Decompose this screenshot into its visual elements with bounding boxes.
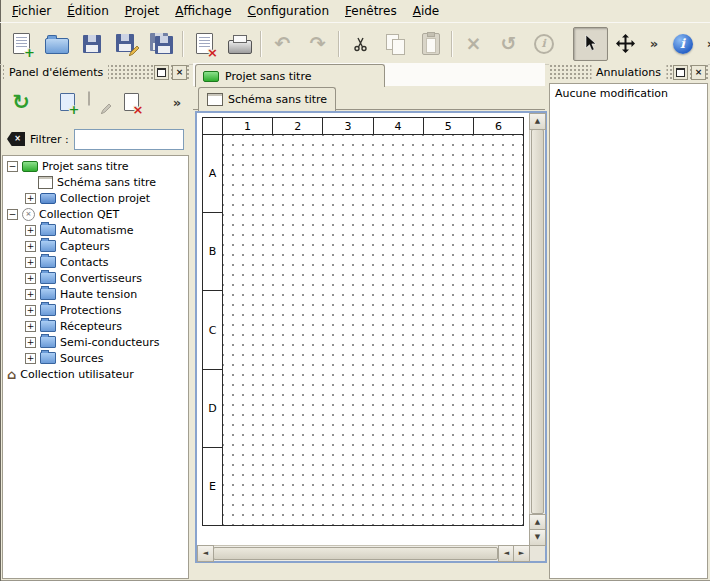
float-elements-panel-button[interactable] — [154, 65, 169, 80]
toolbar-overflow-button[interactable]: » — [643, 27, 665, 61]
scroll-down-button[interactable]: ▼ — [529, 529, 546, 546]
tree-item-schema[interactable]: Schéma sans titre — [3, 174, 188, 190]
info-icon: i — [534, 34, 554, 54]
clear-filter-button[interactable]: × — [7, 132, 25, 146]
save-all-button[interactable] — [144, 27, 179, 61]
filter-row: × Filtrer : — [2, 127, 189, 151]
expand-icon[interactable]: + — [25, 225, 36, 236]
close-file-button[interactable]: × — [187, 27, 222, 61]
v-scrollbar[interactable]: ▲ ▲ ▼ — [529, 113, 545, 546]
pencil-icon — [101, 103, 112, 114]
copy-button[interactable] — [378, 27, 413, 61]
scroll-left-button[interactable]: ◄ — [197, 545, 214, 562]
expand-icon[interactable]: + — [25, 305, 36, 316]
expand-icon[interactable]: + — [25, 353, 36, 364]
redo-button[interactable]: ↷ — [300, 27, 335, 61]
expand-icon[interactable]: + — [25, 337, 36, 348]
tree-item-label: Collection QET — [39, 208, 119, 221]
qet-collection-icon: × — [22, 208, 35, 221]
v-scroll-thumb[interactable] — [531, 129, 544, 514]
elements-tree[interactable]: − Projet sans titre Schéma sans titre + … — [2, 155, 189, 579]
tree-item-label: Sources — [60, 352, 104, 365]
collapse-icon[interactable]: − — [7, 209, 18, 220]
tree-item-haute-tension[interactable]: + Haute tension — [3, 286, 188, 302]
tree-item-label: Protections — [60, 304, 121, 317]
paste-button[interactable] — [413, 27, 448, 61]
element-info-button[interactable]: i — [526, 27, 561, 61]
project-tab[interactable]: Projet sans titre — [195, 64, 385, 87]
move-tool-button[interactable] — [608, 27, 643, 61]
undo-panel-header[interactable]: Annulations × — [549, 64, 708, 81]
tree-item-project[interactable]: − Projet sans titre — [3, 158, 188, 174]
scroll-right-button[interactable]: ► — [513, 545, 530, 562]
menu-aide[interactable]: Aide — [405, 1, 448, 21]
h-scroll-thumb[interactable] — [213, 547, 498, 560]
expand-icon[interactable]: + — [25, 321, 36, 332]
menu-configuration[interactable]: Configuration — [240, 1, 337, 21]
undo-button[interactable]: ↶ — [265, 27, 300, 61]
chevron-double-icon: » — [650, 37, 658, 50]
save-as-button[interactable] — [109, 27, 144, 61]
expand-icon[interactable]: + — [25, 289, 36, 300]
schema-canvas[interactable] — [223, 135, 523, 525]
row-header: C — [203, 290, 222, 368]
tree-item-contacts[interactable]: + Contacts — [3, 254, 188, 270]
new-element-button[interactable]: + — [51, 86, 83, 118]
rotate-button[interactable]: ↺ — [491, 27, 526, 61]
save-button[interactable] — [74, 27, 109, 61]
reload-collections-button[interactable]: ↻ — [5, 86, 37, 118]
about-qet-button[interactable]: i — [665, 27, 700, 61]
scrollbar-corner — [530, 546, 545, 561]
tree-item-capteurs[interactable]: + Capteurs — [3, 238, 188, 254]
folder-icon — [40, 352, 56, 364]
menu-edition[interactable]: Édition — [59, 1, 117, 21]
schema-view[interactable]: 1 2 3 4 5 6 A B C D E — [197, 113, 530, 546]
tree-item-label: Capteurs — [60, 240, 110, 253]
h-scrollbar[interactable]: ◄ ◄ ► — [197, 545, 530, 561]
tree-item-semi-conducteurs[interactable]: + Semi-conducteurs — [3, 334, 188, 350]
tree-item-label: Collection utilisateur — [20, 368, 133, 381]
menu-fichier[interactable]: Fichier — [4, 1, 59, 21]
elements-panel-header[interactable]: Panel d'éléments × — [2, 64, 189, 81]
expand-icon[interactable]: + — [25, 241, 36, 252]
expand-icon[interactable]: + — [25, 257, 36, 268]
tree-item-protections[interactable]: + Protections — [3, 302, 188, 318]
tree-item-convertisseurs[interactable]: + Convertisseurs — [3, 270, 188, 286]
tree-item-recepteurs[interactable]: + Récepteurs — [3, 318, 188, 334]
scroll-up-button[interactable]: ▲ — [529, 113, 546, 130]
cut-button[interactable] — [343, 27, 378, 61]
close-undo-panel-button[interactable]: × — [691, 65, 706, 80]
collection-icon — [40, 193, 56, 204]
tree-item-sources[interactable]: + Sources — [3, 350, 188, 366]
toolbar-overflow-button-2[interactable]: » — [700, 27, 710, 61]
expand-icon[interactable]: + — [25, 193, 36, 204]
schema-tab[interactable]: Schéma sans titre — [198, 87, 336, 111]
float-undo-panel-button[interactable] — [673, 65, 688, 80]
undo-history-list[interactable]: Aucune modification — [549, 83, 708, 579]
select-tool-button[interactable] — [573, 27, 608, 61]
save-icon — [83, 35, 101, 53]
tree-item-collection-utilisateur[interactable]: ⌂ Collection utilisateur — [3, 366, 188, 382]
row-header: A — [203, 135, 222, 212]
scissors-icon — [353, 36, 369, 52]
collapse-icon[interactable]: − — [7, 161, 18, 172]
print-button[interactable] — [222, 27, 257, 61]
arrow-left-icon: ◄ — [203, 550, 208, 557]
new-project-button[interactable]: + — [4, 27, 39, 61]
panel-overflow-button[interactable]: » — [168, 86, 186, 118]
tree-item-collection-qet[interactable]: − × Collection QET — [3, 206, 188, 222]
tree-item-collection-projet[interactable]: + Collection projet — [3, 190, 188, 206]
close-elements-panel-button[interactable]: × — [172, 65, 187, 80]
arrow-up-icon: ▲ — [535, 118, 540, 125]
menu-projet[interactable]: Projet — [117, 1, 167, 21]
menu-fenetres[interactable]: Fenêtres — [337, 1, 405, 21]
menu-affichage[interactable]: Affichage — [167, 1, 239, 21]
delete-button[interactable]: × — [456, 27, 491, 61]
filter-input[interactable] — [74, 129, 184, 150]
project-tab-bar: Projet sans titre — [193, 63, 545, 87]
open-project-button[interactable] — [39, 27, 74, 61]
tree-item-automatisme[interactable]: + Automatisme — [3, 222, 188, 238]
delete-element-button[interactable]: × — [115, 86, 147, 118]
edit-element-button[interactable] — [83, 86, 115, 118]
expand-icon[interactable]: + — [25, 273, 36, 284]
